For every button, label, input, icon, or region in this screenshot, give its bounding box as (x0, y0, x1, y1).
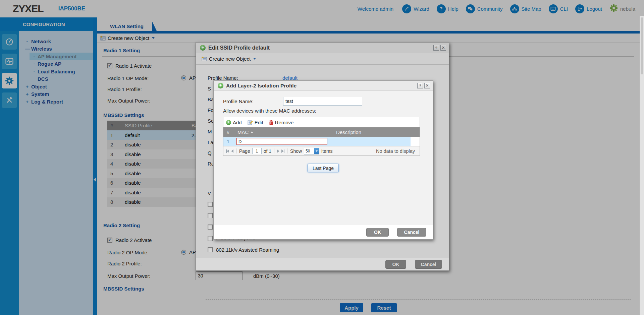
mac-table-row[interactable]: 1 (223, 137, 420, 146)
page-number-input[interactable] (252, 148, 262, 154)
mac-column-header[interactable]: MAC (237, 129, 249, 135)
edit-icon (248, 120, 253, 125)
show-label: Show (290, 148, 302, 154)
vertical-scrollbar[interactable] (640, 16, 644, 315)
empty-table-text: No data to display (376, 148, 415, 154)
dialog-title: Add Layer-2 Isolation Profile (226, 83, 297, 89)
previous-page-button[interactable] (231, 149, 233, 153)
pagination-bar: Page of 1 Show 50 items No data to displ… (223, 146, 420, 155)
page-label: Page (239, 148, 250, 154)
remove-row-button[interactable] (269, 120, 273, 125)
page-size-select[interactable]: 50 (304, 148, 319, 154)
allow-devices-label: Allow devices with these MAC addresses: (214, 106, 433, 115)
next-page-button[interactable] (277, 149, 279, 153)
mac-table: + Add Edit Remove # MAC Description (223, 117, 420, 156)
mac-address-input[interactable] (236, 138, 327, 145)
page-of-label: of 1 (264, 148, 271, 154)
sort-ascending-icon (251, 131, 253, 133)
profile-name-input[interactable] (283, 97, 362, 106)
mac-table-toolbar: + Add Edit Remove (223, 117, 420, 127)
last-page-icon-button[interactable] (281, 149, 284, 153)
last-page-button[interactable]: Last Page (308, 164, 339, 172)
app-window: ZYXEL IAP500BE Welcome admin Wizard ? He… (0, 0, 644, 315)
row-gutter (411, 137, 420, 146)
items-label: items (321, 148, 332, 154)
first-page-button[interactable] (226, 149, 229, 153)
cancel-button[interactable]: Cancel (397, 228, 426, 237)
remove-row-label[interactable]: Remove (275, 120, 294, 125)
mac-table-header: # MAC Description (223, 127, 420, 137)
ok-button[interactable]: OK (366, 228, 389, 237)
dialog-help-button[interactable]: ? (417, 83, 423, 88)
edit-row-label[interactable]: Edit (255, 120, 263, 125)
trash-icon (269, 120, 273, 125)
edit-row-button[interactable] (248, 120, 253, 125)
add-l2-isolation-dialog: + Add Layer-2 Isolation Profile ? ✕ Prof… (213, 80, 433, 240)
add-row-button[interactable]: + (226, 120, 231, 125)
dialog-titlebar: + Add Layer-2 Isolation Profile ? ✕ (214, 81, 433, 91)
add-icon: + (218, 83, 223, 88)
profile-name-row: Profile Name: (214, 96, 433, 106)
chevron-down-icon (314, 148, 319, 154)
scrollbar-thumb[interactable] (641, 17, 643, 74)
dialog-footer: OK Cancel (214, 225, 433, 239)
add-icon: + (226, 120, 231, 125)
description-cell (331, 137, 411, 146)
add-row-label[interactable]: Add (233, 120, 242, 125)
description-column-header[interactable]: Description (331, 129, 361, 135)
dialog-close-button[interactable]: ✕ (424, 83, 430, 88)
